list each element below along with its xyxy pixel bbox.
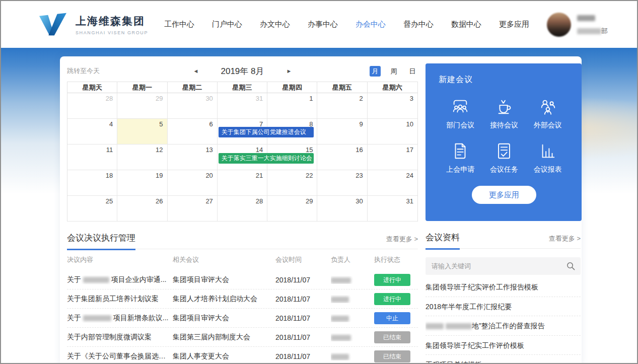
nav-item-affairs-center[interactable]: 办事中心 <box>308 20 338 29</box>
related-meeting: 集团项目审评大会 <box>173 275 275 284</box>
search-icon[interactable] <box>566 261 576 271</box>
table-row[interactable]: 关于内部管理制度微调议案 集团第三届内部制度大会 2018/11/07 已结束 <box>67 328 418 347</box>
calendar-day[interactable]: 29 <box>267 196 317 222</box>
app-meeting-report[interactable]: 会议报表 <box>526 141 570 174</box>
nav-item-document-center[interactable]: 办文中心 <box>260 20 290 29</box>
calendar-day[interactable]: 1 <box>267 93 317 119</box>
calendar-day[interactable]: 13 <box>168 144 218 170</box>
app-label: 会议任务 <box>490 165 518 174</box>
meeting-materials-section: 会议资料 查看更多 > 集团领导班子纪实评价工作报告模板 2018年半年度工作汇… <box>426 232 582 364</box>
app-reception-meeting[interactable]: 接待会议 <box>482 97 526 130</box>
brand-name-cn: 上海维森集团 <box>76 14 148 28</box>
owner-redacted <box>331 333 374 341</box>
material-item[interactable]: 地”整治工作的督查报告 <box>426 316 581 336</box>
table-row[interactable]: 关于 项目新增条款议... 集团项目审评大会 2018/11/07 中止 <box>67 309 418 328</box>
section-title: 会议资料 <box>426 232 460 243</box>
nav-item-meeting-center[interactable]: 办会中心 <box>356 20 386 29</box>
meeting-task-icon <box>494 141 514 161</box>
calendar-day[interactable]: 31 <box>368 196 417 222</box>
app-meeting-task[interactable]: 会议任务 <box>482 141 526 174</box>
app-window: 上海维森集团 SHANGHAI VISEN GROUP 工作中心 门户中心 办文… <box>0 0 638 364</box>
calendar-day[interactable]: 28 <box>67 93 117 119</box>
col-resolution-content: 决议内容 <box>67 255 173 264</box>
calendar-day[interactable]: 23 <box>317 170 367 196</box>
related-meeting: 集团人事变更大会 <box>173 352 275 361</box>
status-badge: 进行中 <box>374 274 410 286</box>
calendar-day[interactable]: 6 <box>168 119 218 144</box>
brand-logo[interactable]: 上海维森集团 SHANGHAI VISEN GROUP <box>34 11 148 38</box>
table-row[interactable]: 关于 项目企业内审通... 集团项目审评大会 2018/11/07 进行中 <box>67 270 418 289</box>
owner-redacted <box>331 276 374 284</box>
redacted-text <box>83 315 111 321</box>
table-row[interactable]: 关于《关于公司董事会换届选举的... 集团人事变更大会 2018/11/07 已… <box>67 347 418 364</box>
more-apps-button[interactable]: 更多应用 <box>472 186 536 204</box>
user-profile[interactable]: 部 <box>547 13 608 37</box>
calendar-day[interactable]: 10 <box>368 119 417 144</box>
calendar-day[interactable]: 28 <box>218 196 267 222</box>
nav-item-portal-center[interactable]: 门户中心 <box>212 20 242 29</box>
meeting-time: 2018/11/07 <box>275 276 331 284</box>
calendar-day[interactable]: 21 <box>218 170 267 196</box>
app-meeting-apply[interactable]: 上会申请 <box>439 141 482 174</box>
material-item[interactable]: 2018年半年度工作汇报纪要 <box>426 297 581 317</box>
next-month-icon[interactable]: ► <box>287 68 292 74</box>
weekday-label: 星期四 <box>267 82 317 93</box>
owner-redacted <box>331 352 374 360</box>
nav-item-supervision-center[interactable]: 督办中心 <box>403 20 434 29</box>
calendar-toolbar: 跳转至今天 ◄ 2019年 8月 ► 月 周 日 <box>67 63 418 79</box>
calendar-day[interactable]: 11 <box>67 144 117 170</box>
calendar-day[interactable]: 31 <box>218 93 267 119</box>
nav-item-data-center[interactable]: 数据中心 <box>451 20 481 29</box>
meeting-time: 2018/11/07 <box>275 352 331 360</box>
calendar-day[interactable]: 4 <box>67 119 117 144</box>
app-label: 上会申请 <box>446 165 474 174</box>
calendar-day[interactable]: 24 <box>368 170 417 196</box>
calendar-day[interactable]: 16 <box>317 144 367 170</box>
calendar-day[interactable]: 25 <box>67 196 117 222</box>
calendar: 跳转至今天 ◄ 2019年 8月 ► 月 周 日 <box>67 63 418 222</box>
calendar-day[interactable]: 17 <box>368 144 417 170</box>
related-meeting: 集团项目审评大会 <box>173 314 275 323</box>
calendar-day[interactable]: 12 <box>117 144 167 170</box>
calendar-day[interactable]: 9 <box>317 119 367 144</box>
prev-month-icon[interactable]: ◄ <box>193 68 199 74</box>
calendar-day[interactable]: 30 <box>317 196 367 222</box>
app-external-meeting[interactable]: 外部会议 <box>526 97 570 130</box>
search-input[interactable] <box>426 257 581 275</box>
calendar-day[interactable]: 26 <box>117 196 167 222</box>
calendar-day[interactable]: 2 <box>317 93 367 119</box>
calendar-day[interactable]: 30 <box>168 93 218 119</box>
nav-item-more-apps[interactable]: 更多应用 <box>499 20 529 29</box>
calendar-event[interactable]: 关于集团下属公司党建推进会议 <box>219 127 314 137</box>
table-header: 决议内容 相关会议 会议时间 负责人 执行状态 <box>67 249 418 270</box>
calendar-day[interactable]: 22 <box>267 170 317 196</box>
resolution-content: 关于集团新员工培养计划议案 <box>67 295 173 304</box>
new-meeting-panel: 新建会议 部门会议 <box>426 63 582 221</box>
redacted-text <box>83 277 109 283</box>
view-more-link[interactable]: 查看更多 > <box>549 234 581 243</box>
table-row[interactable]: 关于集团新员工培养计划议案 集团人才培养计划启动大会 2018/11/07 进行… <box>67 289 418 309</box>
calendar-day[interactable]: 20 <box>168 170 218 196</box>
meeting-report-icon <box>538 141 557 161</box>
calendar-day[interactable]: 18 <box>67 170 117 196</box>
calendar-grid: 28 29 30 31 1 2 3 4 5 6 7 8 9 <box>67 93 417 222</box>
calendar-event[interactable]: 关于落实三重一大实施细则讨论会 <box>219 153 314 164</box>
meeting-time: 2018/11/07 <box>275 295 331 303</box>
resolution-content: 关于《关于公司董事会换届选举的... <box>67 352 173 361</box>
calendar-day[interactable]: 19 <box>117 170 167 196</box>
calendar-day-today[interactable]: 5 <box>117 119 167 144</box>
resolution-content: 关于内部管理制度微调议案 <box>67 333 173 342</box>
weekday-label: 星期三 <box>218 82 267 93</box>
material-item[interactable]: 集团领导班子纪实评价工作报告模板 <box>426 277 581 297</box>
calendar-day[interactable]: 3 <box>368 93 417 119</box>
calendar-day[interactable]: 27 <box>168 196 218 222</box>
app-label: 部门会议 <box>446 121 474 130</box>
material-item[interactable]: 集团领导班子纪实工作评价模板 <box>426 336 581 355</box>
user-name-redacted <box>577 14 608 23</box>
calendar-day[interactable]: 29 <box>117 93 167 119</box>
app-department-meeting[interactable]: 部门会议 <box>439 97 482 130</box>
view-more-link[interactable]: 查看更多 > <box>386 235 418 244</box>
user-avatar <box>547 13 571 37</box>
material-item[interactable]: 工程项目总结模板 <box>426 355 581 364</box>
nav-item-work-center[interactable]: 工作中心 <box>164 20 194 29</box>
